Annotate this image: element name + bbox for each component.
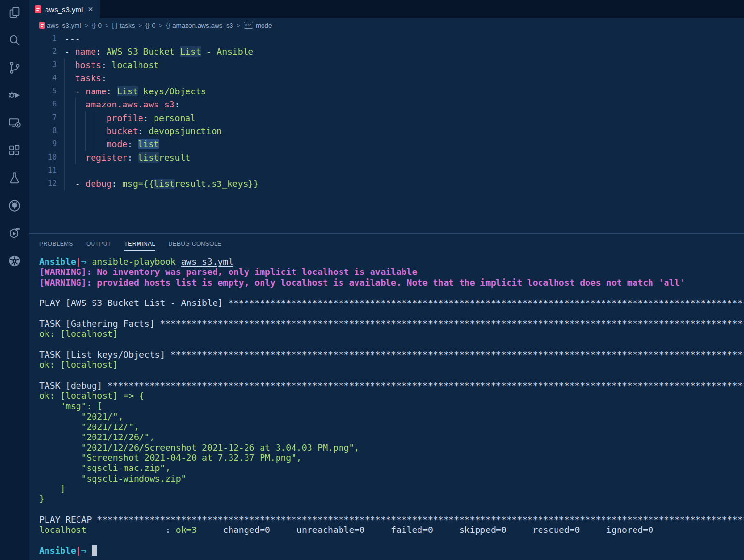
text-segment: name — [75, 46, 96, 57]
line-number: 4 — [29, 72, 64, 85]
text-segment: - — [64, 86, 85, 96]
indent-guide — [64, 164, 65, 177]
text-segment: amazon.aws.aws_s3 — [85, 99, 174, 109]
text-segment: devopsjunction — [143, 126, 222, 136]
breadcrumb-item[interactable]: [ ]tasks — [112, 22, 135, 29]
activitybar-source-control[interactable] — [3, 57, 26, 80]
code-line[interactable]: 11 — [29, 164, 744, 177]
code-line[interactable]: 9 mode: list — [29, 137, 744, 151]
line-number: 10 — [29, 151, 64, 164]
code-line[interactable]: 12 - debug: msg={{listresult.s3_keys}} — [29, 177, 744, 190]
code-line[interactable]: 4 tasks: — [29, 72, 744, 85]
breadcrumb-label: tasks — [120, 22, 135, 29]
activitybar-docker[interactable] — [3, 223, 26, 246]
breadcrumb-item[interactable]: abcmode — [244, 22, 272, 29]
text-segment: keys/Objects — [138, 86, 206, 96]
breadcrumb-label: mode — [256, 22, 272, 29]
brace-symbol-icon: {} — [92, 22, 95, 29]
breadcrumb-separator: > — [105, 22, 109, 29]
activitybar-run-and-debug[interactable] — [3, 85, 26, 108]
activitybar-testing[interactable] — [3, 167, 26, 191]
text-segment: result.s3_keys}} — [175, 179, 259, 189]
breadcrumb-item[interactable]: {}0 — [145, 22, 155, 29]
terminal-line: ] — [39, 484, 744, 494]
indent-guide — [85, 137, 86, 151]
text-segment: List — [180, 46, 201, 57]
text-segment: [WARNING]: provided hosts list is empty,… — [39, 277, 685, 288]
code-line[interactable]: 6 amazon.aws.aws_s3: — [29, 98, 744, 111]
indent-guide — [64, 111, 65, 124]
breadcrumb-item[interactable]: {}amazon.aws.aws_s3 — [166, 22, 233, 29]
indent-guide — [96, 111, 96, 124]
code-line[interactable]: 5 - name: List keys/Objects — [29, 85, 744, 98]
github-icon — [7, 198, 22, 215]
close-icon[interactable]: × — [87, 5, 94, 14]
breadcrumb-separator: > — [159, 22, 163, 29]
terminal-line: ok: [localhost] — [39, 360, 744, 370]
text-segment: ok=3 — [176, 525, 197, 535]
tab-bar: aws_s3.yml × — [29, 0, 744, 18]
code-line[interactable]: 10 register: listresult — [29, 151, 744, 164]
terminal-line: TASK [List keys/Objects] ***************… — [39, 349, 744, 360]
terminal-line: TASK [debug] ***************************… — [39, 380, 744, 391]
text-segment: : — [127, 152, 133, 163]
terminal-line — [39, 535, 744, 545]
breadcrumb-item[interactable]: {}0 — [92, 22, 102, 29]
text-segment: msg={{ — [117, 179, 154, 189]
activitybar-kubernetes[interactable] — [3, 250, 26, 273]
text-segment: "2021/12/26/", — [39, 432, 155, 442]
code-line[interactable]: 3 hosts: localhost — [29, 59, 744, 72]
line-number: 11 — [29, 164, 64, 177]
text-segment: List — [117, 86, 138, 96]
activitybar-github[interactable] — [3, 195, 26, 218]
text-segment: } — [39, 494, 45, 504]
breadcrumb-item[interactable]: aws_s3.yml — [39, 22, 81, 29]
text-segment: PLAY RECAP *****************************… — [39, 515, 744, 525]
activitybar-extensions[interactable] — [3, 140, 26, 163]
text-segment — [92, 545, 97, 556]
activitybar-remote-explorer[interactable] — [3, 112, 26, 136]
search-icon — [7, 33, 22, 49]
activitybar-search[interactable] — [3, 30, 26, 53]
panel-tab-output[interactable]: OUTPUT — [86, 236, 111, 251]
activitybar-explorer[interactable] — [3, 2, 26, 25]
brace-symbol-icon: {} — [145, 22, 149, 29]
activity-bar — [0, 0, 29, 560]
editor[interactable]: 1---2- name: AWS S3 Bucket List - Ansibl… — [29, 32, 744, 233]
line-text: bucket: devopsjunction — [64, 124, 222, 137]
text-segment: Ansible — [39, 545, 76, 556]
indent-guide — [64, 124, 65, 137]
code-line[interactable]: 8 bucket: devopsjunction — [29, 124, 744, 137]
text-segment: "2021/", — [39, 411, 123, 422]
code-line[interactable]: 7 profile: personal — [29, 111, 744, 124]
yaml-file-icon — [35, 5, 41, 13]
terminal-line: localhost : ok=3 changed=0 unreachable=0… — [39, 525, 744, 535]
panel-tab-problems[interactable]: PROBLEMS — [39, 236, 73, 251]
line-number: 12 — [29, 177, 64, 190]
terminal-line: "sqscli-mac.zip", — [39, 463, 744, 473]
code-line[interactable]: 2- name: AWS S3 Bucket List - Ansible — [29, 45, 744, 58]
brace-symbol-icon: {} — [166, 22, 170, 29]
terminal-line: Ansible|⇒ ansible-playbook aws_s3.yml — [39, 257, 744, 267]
terminal-line: "2021/12/26/", — [39, 432, 744, 442]
panel-tab-debug-console[interactable]: DEBUG CONSOLE — [169, 236, 222, 251]
indent-guide — [64, 85, 65, 98]
text-segment: ok: [localhost] => { — [39, 391, 144, 401]
terminal-line — [39, 308, 744, 318]
text-segment: profile — [107, 113, 143, 123]
text-segment: list — [154, 179, 174, 189]
line-text: amazon.aws.aws_s3: — [64, 98, 180, 111]
line-number: 9 — [29, 137, 64, 151]
terminal-line: "Screenshot 2021-04-20 at 7.32.37 PM.png… — [39, 453, 744, 463]
terminal[interactable]: Ansible|⇒ ansible-playbook aws_s3.yml[WA… — [29, 252, 744, 560]
text-segment: TASK [Gathering Facts] *****************… — [39, 318, 744, 329]
code-line[interactable]: 1--- — [29, 32, 744, 45]
text-segment: : — [138, 126, 143, 136]
panel-tab-terminal[interactable]: TERMINAL — [124, 236, 155, 251]
breadcrumb[interactable]: aws_s3.yml>{}0>[ ]tasks>{}0>{}amazon.aws… — [29, 18, 744, 32]
text-segment: mode — [107, 139, 127, 149]
terminal-line: [WARNING]: provided hosts list is empty,… — [39, 277, 744, 288]
tab-aws-s3-yml[interactable]: aws_s3.yml × — [29, 0, 100, 18]
text-segment: aws_s3.yml — [181, 257, 233, 267]
text-segment: register — [85, 152, 127, 163]
